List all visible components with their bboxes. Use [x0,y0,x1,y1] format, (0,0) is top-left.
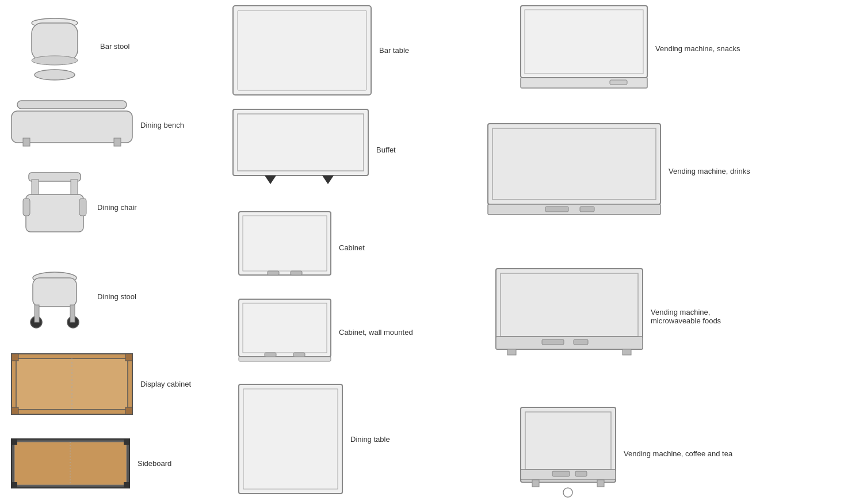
svg-rect-30 [124,439,129,445]
dining-chair-item: Dining chair [20,173,137,242]
svg-rect-57 [488,204,660,215]
svg-rect-29 [12,439,17,445]
svg-rect-72 [552,471,570,476]
svg-rect-36 [233,109,368,175]
svg-rect-63 [507,349,516,355]
svg-point-3 [35,70,75,80]
vending-drinks-item: Vending machine, drinks [488,124,750,219]
sideboard-shape [12,439,129,488]
cabinet-shape [239,212,331,284]
vending-coffee-item: Vending machine, coffee and tea [521,407,732,499]
dining-bench-label: Dining bench [140,121,184,129]
svg-rect-22 [12,354,18,361]
svg-rect-49 [239,384,342,494]
canvas: Bar stool Dining bench Dining cha [0,0,863,504]
svg-rect-44 [239,299,331,357]
svg-rect-51 [521,6,647,78]
vending-micro-shape [496,269,643,364]
vending-micro-label: Vending machine, microwaveable foods [651,308,721,325]
svg-rect-62 [496,337,643,349]
svg-rect-64 [623,349,631,355]
dining-stool-label: Dining stool [97,292,136,301]
bar-stool-item: Bar stool [17,6,129,86]
cabinet-wall-mounted-shape [239,299,331,365]
buffet-shape [233,109,368,190]
display-cabinet-item: Display cabinet [12,354,191,414]
svg-rect-47 [265,353,276,357]
svg-rect-59 [580,207,594,212]
svg-rect-70 [532,480,539,487]
svg-rect-32 [124,482,129,488]
svg-rect-53 [521,78,647,88]
buffet-item: Buffet [233,109,396,190]
svg-rect-40 [239,212,331,275]
bar-table-shape [233,6,371,95]
vending-micro-item: Vending machine, microwaveable foods [496,269,721,364]
vending-snacks-label: Vending machine, snacks [655,44,740,53]
svg-rect-46 [239,357,331,361]
vending-coffee-shape [521,407,616,499]
svg-rect-19 [70,305,75,322]
svg-rect-18 [35,305,39,322]
svg-rect-58 [545,207,568,212]
svg-rect-73 [575,471,587,476]
cabinet-label: Cabinet [339,243,365,252]
display-cabinet-shape [12,354,132,414]
svg-rect-12 [23,198,30,216]
svg-rect-66 [574,339,588,345]
bar-stool-label: Bar stool [100,42,129,51]
display-cabinet-label: Display cabinet [140,380,191,388]
vending-coffee-label: Vending machine, coffee and tea [624,449,732,458]
svg-point-74 [563,488,572,497]
svg-rect-43 [291,271,302,275]
svg-rect-42 [268,271,279,275]
bar-stool-shape [17,6,92,86]
svg-point-2 [32,56,78,65]
buffet-label: Buffet [376,146,396,154]
svg-rect-55 [488,124,660,204]
svg-rect-48 [293,353,305,357]
svg-rect-15 [33,278,77,307]
cabinet-wall-mounted-item: Cabinet, wall mounted [239,299,413,365]
svg-rect-23 [125,354,132,361]
svg-rect-54 [610,80,627,85]
svg-rect-25 [125,407,132,414]
sideboard-item: Sideboard [12,439,171,488]
cabinet-item: Cabinet [239,212,365,284]
svg-rect-65 [542,339,564,345]
svg-rect-1 [32,23,78,60]
sideboard-label: Sideboard [138,459,171,468]
svg-rect-13 [79,198,86,216]
vending-snacks-shape [521,6,647,91]
vending-drinks-label: Vending machine, drinks [669,167,750,175]
svg-rect-24 [12,407,18,414]
dining-stool-shape [20,262,89,331]
svg-marker-38 [265,175,276,184]
dining-table-shape [239,384,342,494]
dining-bench-shape [12,101,132,150]
svg-rect-34 [233,6,371,95]
svg-rect-7 [114,138,121,146]
vending-snacks-item: Vending machine, snacks [521,6,740,91]
svg-rect-4 [17,101,127,109]
dining-table-item: Dining table [239,384,390,494]
dining-bench-item: Dining bench [12,101,184,150]
bar-table-label: Bar table [379,46,409,55]
svg-marker-39 [322,175,334,184]
svg-rect-11 [26,194,83,232]
dining-stool-item: Dining stool [20,262,136,331]
svg-rect-6 [23,138,30,146]
svg-rect-31 [12,482,17,488]
dining-chair-label: Dining chair [97,203,137,212]
bar-table-item: Bar table [233,6,409,95]
dining-table-label: Dining table [350,435,390,444]
svg-rect-71 [597,480,604,487]
vending-drinks-shape [488,124,660,219]
cabinet-wall-mounted-label: Cabinet, wall mounted [339,328,413,337]
dining-chair-shape [20,173,89,242]
